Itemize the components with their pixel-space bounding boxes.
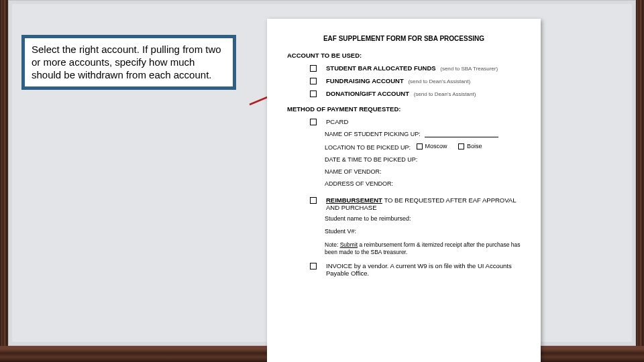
account-hint-1: (send to Dean's Assistant) [408, 78, 470, 84]
account-option-1: FUNDRAISING ACCOUNT (send to Dean's Assi… [310, 77, 521, 84]
datetime-row: DATE & TIME TO BE PICKED UP: [325, 156, 521, 163]
invoice-option: INVOICE by a vendor. A current W9 is on … [310, 262, 521, 277]
vendor-addr-label: ADDRESS OF VENDOR: [325, 180, 393, 187]
checkbox[interactable] [310, 78, 317, 84]
location-row: LOCATION TO BE PICKED UP: Moscow Boise [325, 143, 521, 151]
checkbox[interactable] [310, 197, 317, 204]
location-opt-0: Moscow [425, 143, 447, 149]
reimb-label: REIMBURSEMENT [326, 196, 382, 204]
reimb-note: Note: Submit a reimbursement form & item… [325, 241, 521, 255]
pcard-label: PCARD [326, 118, 348, 125]
border-left [0, 0, 8, 362]
vendor-addr-row: ADDRESS OF VENDOR: [325, 180, 521, 187]
reimb-student-name: Student name to be reimbursed: [325, 215, 521, 223]
note-action: Submit [340, 241, 358, 248]
location-label: LOCATION TO BE PICKED UP: [325, 144, 411, 151]
account-label-1: FUNDRAISING ACCOUNT [326, 77, 404, 84]
checkbox[interactable] [458, 143, 464, 149]
datetime-label: DATE & TIME TO BE PICKED UP: [325, 156, 417, 163]
account-hint-2: (send to Dean's Assistant) [414, 91, 476, 97]
account-option-2: DONATION/GIFT ACCOUNT (send to Dean's As… [310, 90, 521, 97]
slide-inner: Select the right account. If pulling fro… [12, 4, 632, 342]
pickup-name-row: NAME OF STUDENT PICKING UP: [325, 131, 521, 137]
invoice-text: INVOICE by a vendor. A current W9 is on … [326, 262, 521, 277]
reimbursement-option: REIMBURSEMENT TO BE REQUESTED AFTER EAF … [310, 196, 521, 211]
form-title: EAF SUPPLEMENT FORM FOR SBA PROCESSING [287, 35, 521, 42]
account-section-label: ACCOUNT TO BE USED: [287, 52, 521, 59]
vendor-name-row: NAME OF VENDOR: [325, 168, 521, 175]
method-section-label: METHOD OF PAYMENT REQUESTED: [287, 105, 521, 113]
border-right [636, 0, 644, 362]
form-page: EAF SUPPLEMENT FORM FOR SBA PROCESSING A… [267, 19, 541, 362]
note-prefix: Note: [325, 241, 340, 248]
location-opt-1: Boise [467, 143, 482, 149]
pickup-name-label: NAME OF STUDENT PICKING UP: [325, 131, 421, 137]
account-hint-0: (send to SBA Treasurer) [440, 66, 498, 72]
reimb-student-v: Student V#: [325, 228, 521, 236]
pcard-option: PCARD [310, 118, 521, 125]
checkbox[interactable] [417, 143, 423, 149]
vendor-name-label: NAME OF VENDOR: [325, 168, 382, 175]
slide-background: Select the right account. If pulling fro… [8, 0, 636, 346]
account-option-0: STUDENT BAR ALLOCATED FUNDS (send to SBA… [310, 64, 521, 72]
instruction-text: Select the right account. If pulling fro… [32, 44, 226, 81]
checkbox[interactable] [310, 65, 317, 72]
checkbox[interactable] [310, 90, 317, 97]
account-label-2: DONATION/GIFT ACCOUNT [326, 90, 409, 97]
checkbox[interactable] [310, 263, 317, 269]
checkbox[interactable] [310, 119, 317, 125]
instruction-callout: Select the right account. If pulling fro… [21, 35, 236, 90]
account-label-0: STUDENT BAR ALLOCATED FUNDS [326, 64, 436, 72]
pickup-name-field[interactable] [425, 131, 498, 137]
slide-stage: Select the right account. If pulling fro… [0, 0, 644, 362]
